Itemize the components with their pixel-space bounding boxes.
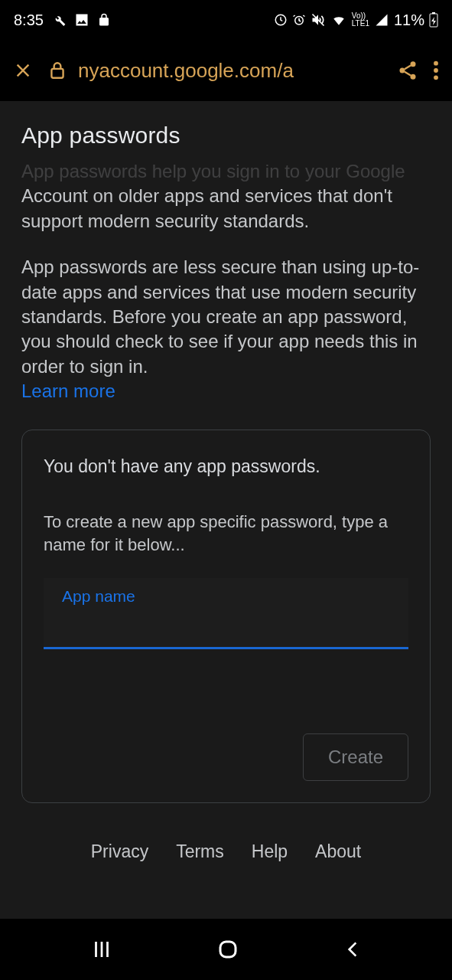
page-content: App passwords App passwords help you sig…: [0, 101, 452, 919]
status-time: 8:35: [14, 11, 44, 29]
wrench-icon: [51, 12, 67, 28]
svg-point-8: [411, 74, 416, 80]
volte-indicator: Vo))LTE1: [352, 12, 369, 28]
learn-more-link[interactable]: Learn more: [21, 381, 431, 402]
empty-state-message: You don't have any app passwords.: [44, 456, 408, 477]
lock-small-icon: [97, 13, 111, 27]
create-instruction: To create a new app specific password, t…: [44, 511, 408, 556]
battery-charging-icon: [429, 12, 438, 28]
svg-point-11: [434, 75, 438, 80]
home-button[interactable]: [216, 938, 239, 961]
svg-rect-15: [220, 942, 236, 957]
svg-point-9: [434, 61, 438, 66]
lock-icon: [47, 60, 67, 80]
footer-links: Privacy Terms Help About: [21, 841, 431, 862]
mute-icon: [311, 12, 326, 28]
wifi-icon: [330, 13, 347, 27]
svg-rect-5: [51, 69, 63, 78]
status-bar: 8:35 Vo))LTE1 11%: [0, 0, 452, 40]
footer-terms-link[interactable]: Terms: [176, 841, 224, 862]
create-button[interactable]: Create: [303, 733, 408, 781]
more-menu-icon[interactable]: [432, 60, 440, 81]
url-text: nyaccount.google.com/a: [78, 59, 294, 83]
description-part1: Account on older apps and services that …: [21, 184, 431, 234]
close-icon[interactable]: [12, 60, 34, 81]
svg-rect-4: [432, 12, 435, 14]
signal-icon: [374, 13, 389, 27]
browser-toolbar: nyaccount.google.com/a: [0, 40, 452, 101]
footer-help-link[interactable]: Help: [252, 841, 288, 862]
description-part2: App passwords are less secure than using…: [21, 255, 431, 379]
svg-point-10: [434, 68, 438, 73]
android-nav-bar: [0, 919, 452, 980]
share-icon[interactable]: [397, 60, 418, 81]
footer-privacy-link[interactable]: Privacy: [91, 841, 148, 862]
svg-point-7: [400, 68, 405, 74]
page-title: App passwords: [21, 122, 431, 149]
image-icon: [74, 12, 89, 28]
recents-button[interactable]: [90, 938, 113, 961]
address-bar[interactable]: nyaccount.google.com/a: [47, 59, 383, 83]
app-password-card: You don't have any app passwords. To cre…: [21, 430, 431, 802]
description-faded: App passwords help you sign in to your G…: [21, 159, 431, 184]
data-saver-icon: [274, 13, 288, 27]
back-button[interactable]: [343, 938, 363, 961]
app-name-field-wrap[interactable]: App name: [44, 578, 408, 649]
footer-about-link[interactable]: About: [315, 841, 361, 862]
battery-percent: 11%: [394, 11, 424, 29]
app-name-label: App name: [62, 587, 135, 606]
svg-point-6: [411, 61, 416, 67]
alarm-icon: [292, 13, 306, 27]
